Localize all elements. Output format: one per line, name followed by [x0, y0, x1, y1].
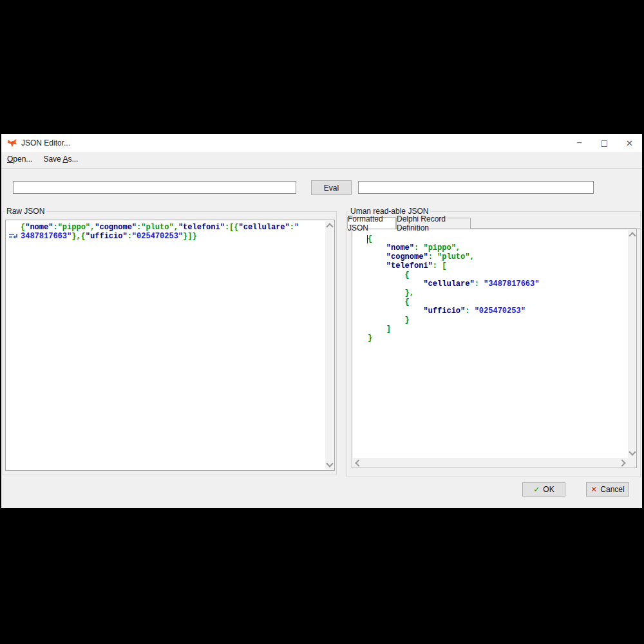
tab-delphi-record-definition[interactable]: Delphi Record Definition — [396, 218, 471, 229]
ok-button[interactable]: ✓ OK — [522, 482, 565, 497]
scrollbar-corner — [627, 458, 636, 467]
scroll-down-icon[interactable] — [326, 460, 333, 467]
cancel-button-label: Cancel — [600, 485, 624, 494]
x-icon: ✕ — [591, 485, 597, 494]
raw-json-code: {"nome":"pippo","cognome":"pluto","telef… — [6, 220, 325, 241]
ok-button-label: OK — [543, 485, 554, 494]
window-controls: ─ □ ✕ — [567, 134, 642, 152]
maximize-icon[interactable]: □ — [592, 134, 617, 152]
formatted-horizontal-scrollbar[interactable] — [353, 458, 628, 467]
window-title: JSON Editor... — [21, 138, 70, 147]
menu-item-save-as[interactable]: Save As... — [43, 155, 78, 164]
formatted-json-group-content: { "nome": "pippo", "cognome": "pluto", "… — [346, 211, 641, 477]
check-icon: ✓ — [533, 485, 540, 494]
raw-json-editor[interactable]: {"nome":"pippo","cognome":"pluto","telef… — [5, 220, 335, 471]
menu-item-open[interactable]: Open... — [7, 155, 32, 164]
scroll-right-icon[interactable] — [618, 459, 625, 466]
close-icon[interactable]: ✕ — [617, 134, 642, 152]
scroll-down-icon[interactable] — [629, 448, 636, 455]
eval-result-input[interactable] — [358, 181, 594, 194]
menu-bar: Open... Save As... — [1, 152, 642, 166]
scroll-up-icon[interactable] — [629, 232, 636, 239]
formatted-json-code: { "nome": "pippo", "cognome": "pluto", "… — [352, 229, 627, 343]
scroll-left-icon[interactable] — [355, 459, 362, 466]
cancel-button[interactable]: ✕ Cancel — [586, 482, 629, 497]
formatted-json-viewer[interactable]: { "nome": "pippo", "cognome": "pluto", "… — [352, 229, 637, 468]
raw-json-group-label: Raw JSON — [5, 207, 46, 216]
eval-expression-input[interactable] — [13, 181, 296, 194]
minimize-icon[interactable]: ─ — [567, 134, 592, 152]
eval-button[interactable]: Eval — [311, 180, 352, 195]
app-fox-icon — [7, 138, 17, 148]
raw-json-group: Raw JSON {"nome":"pippo","cognome":"plut… — [3, 211, 337, 475]
tab-formatted-json[interactable]: Formatted JSON — [347, 217, 396, 229]
toolbar-divider — [1, 168, 642, 169]
title-bar: JSON Editor... ─ □ ✕ — [1, 134, 642, 152]
raw-vertical-scrollbar[interactable] — [325, 221, 334, 469]
json-editor-window: JSON Editor... ─ □ ✕ Open... Save As... … — [1, 134, 642, 508]
formatted-vertical-scrollbar[interactable] — [628, 230, 636, 458]
scroll-up-icon[interactable] — [326, 223, 333, 230]
